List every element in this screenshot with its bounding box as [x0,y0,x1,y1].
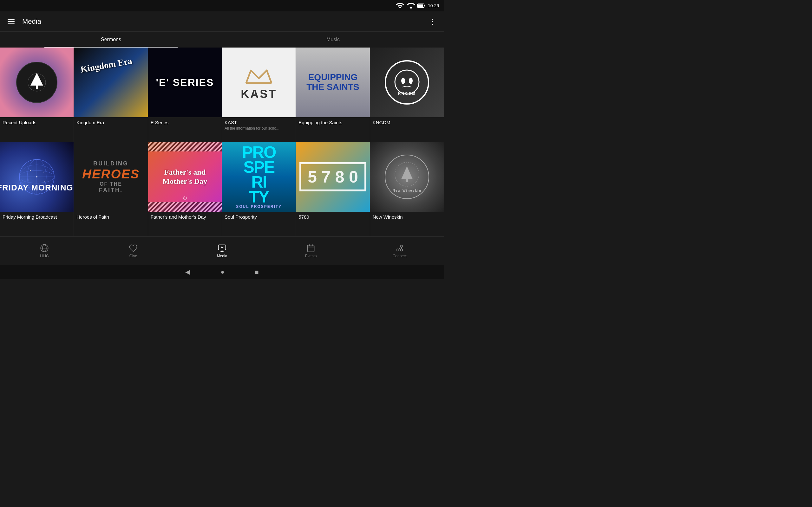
thumb-kingdom-era: Kingdom Era [74,48,148,117]
media-item-heroes-faith[interactable]: BUILDING HEROES OF THE FAITH. Heroes of … [74,142,148,236]
android-recents-button[interactable]: ■ [252,266,261,278]
nav-label-events: Events [305,254,317,258]
nav-item-hlic[interactable]: HLIC [0,237,89,265]
globe-nav-icon [40,244,49,252]
nav-label-give: Give [130,254,137,258]
media-item-title-e-series: E Series [151,120,219,125]
thumb-friday-morning: FRIDAY MORNING [0,142,73,212]
fathers-title-text: Father's andMother's Day [163,168,207,186]
menu-button[interactable] [5,16,17,26]
heart-nav-icon [129,244,138,252]
media-item-info-new-wineskin: New Wineskin [370,212,444,222]
media-item-info-5780: 5780 [296,212,369,222]
thumb-new-wineskin: New Wineskin [370,142,444,212]
thumb-kngdm: KNGDM [370,48,444,117]
media-item-info-heroes-faith: Heroes of Faith [74,212,148,222]
media-item-title-5780: 5780 [299,214,367,220]
wineskin-label: New Wineskin [393,189,421,192]
kngdm-label: KNGDM [398,92,416,95]
media-item-title-kingdom-era: Kingdom Era [77,120,145,125]
kast-text: KAST [241,88,277,101]
nav-label-media: Media [217,254,227,258]
battery-icon [417,1,426,10]
svg-point-36 [397,249,399,251]
connect-nav-icon [395,244,404,252]
nav-item-media[interactable]: Media [177,237,266,265]
more-options-button[interactable]: ⋮ [426,14,439,29]
svg-marker-22 [401,166,413,179]
media-item-e-series[interactable]: 'E' SERIES E Series [148,48,222,142]
svg-point-16 [36,176,38,177]
equipping-saints-text: EQUIPPINGTHE SAINTS [306,72,359,92]
media-item-info-kingdom-era: Kingdom Era [74,117,148,127]
svg-point-17 [30,170,31,171]
wineskin-tree-icon [394,162,420,187]
tab-music[interactable]: Music [222,32,444,48]
soul-prosperity-content: PROSPERITY SOUL PROSPERITY [236,145,282,209]
svg-rect-31 [308,245,314,251]
media-item-kngdm[interactable]: KNGDM KNGDM [370,48,444,142]
kingdom-era-text: Kingdom Era [80,56,133,75]
media-item-recent-uploads[interactable]: Recent Uploads [0,48,74,142]
kngdm-circle: KNGDM [385,60,429,105]
svg-rect-2 [418,4,423,7]
thumb-recent-uploads [0,48,73,117]
wifi-icon [396,1,404,10]
signal-icon [406,1,415,10]
media-item-title-soul-prosperity: Soul Prosperity [224,214,293,220]
media-item-info-recent-uploads: Recent Uploads [0,117,73,127]
nav-label-connect: Connect [393,254,407,258]
media-item-title-heroes-faith: Heroes of Faith [77,214,145,220]
heroes-faith-text: BUILDING HEROES OF THE FAITH. [82,160,140,193]
crown-icon [243,64,275,86]
media-item-kingdom-era[interactable]: Kingdom Era Kingdom Era [74,48,148,142]
calendar-nav-icon [306,244,315,252]
media-item-title-fathers-mothers: Father's and Mother's Day [151,214,219,220]
media-item-new-wineskin[interactable]: New Wineskin New Wineskin [370,142,444,236]
media-item-title-kngdm: KNGDM [373,120,442,125]
media-item-title-kast: KAST [224,120,293,125]
tab-bar: Sermons Music [0,32,444,48]
stripe-decoration [148,142,222,152]
nav-item-give[interactable]: Give [89,237,177,265]
media-item-info-fathers-mothers: Father's and Mother's Day [148,212,222,222]
media-item-5780[interactable]: 5 7 8 0 5780 [296,142,370,236]
media-item-equipping-saints[interactable]: EQUIPPINGTHE SAINTS Equipping the Saints [296,48,370,142]
media-item-kast[interactable]: KAST KAST All the information for our sc… [222,48,296,142]
friday-text-overlay: FRIDAY MORNING [0,183,73,193]
thumb-5780: 5 7 8 0 [296,142,369,212]
tree-icon [27,70,46,95]
nav-item-connect[interactable]: Connect [355,237,444,265]
status-bar: 10:26 [0,0,444,11]
tree-circle-icon [16,62,57,103]
media-item-title-friday-morning: Friday Morning Broadcast [3,214,71,220]
media-grid: Recent Uploads Kingdom Era Kingdom Era '… [0,48,444,236]
media-item-fathers-mothers[interactable]: Father's andMother's Day ⏱ Father's and … [148,142,222,236]
media-item-info-kast: KAST All the information for our scho... [222,117,296,132]
tab-sermons[interactable]: Sermons [0,32,222,48]
svg-point-37 [400,249,403,251]
thumb-soul-prosperity: PROSPERITY SOUL PROSPERITY [222,142,296,212]
media-item-soul-prosperity[interactable]: PROSPERITY SOUL PROSPERITY Soul Prosperi… [222,142,296,236]
android-home-button[interactable]: ● [218,266,227,278]
media-item-info-equipping-saints: Equipping the Saints [296,117,369,127]
android-nav-bar: ◀ ● ■ [0,265,444,279]
media-item-friday-morning[interactable]: FRIDAY MORNING Friday Morning Broadcast [0,142,74,236]
thumb-heroes-faith: BUILDING HEROES OF THE FAITH. [74,142,148,212]
svg-rect-23 [406,179,408,182]
svg-point-35 [400,245,403,247]
stripe-bottom [148,202,222,212]
media-item-title-recent-uploads: Recent Uploads [3,120,71,125]
soul-sub: SOUL PROSPERITY [236,205,282,209]
soul-text: PROSPERITY [236,145,282,204]
media-item-title-new-wineskin: New Wineskin [373,214,442,220]
svg-line-38 [399,246,401,249]
thumb-e-series: 'E' SERIES [148,48,222,117]
wineskin-circle: New Wineskin [385,155,429,199]
wineskin-text: New Wineskin [393,162,421,192]
nav-item-events[interactable]: Events [266,237,355,265]
thumb-fathers-mothers: Father's andMother's Day ⏱ [148,142,222,212]
status-time: 10:26 [428,3,439,8]
media-item-info-e-series: E Series [148,117,222,127]
android-back-button[interactable]: ◀ [183,266,193,278]
